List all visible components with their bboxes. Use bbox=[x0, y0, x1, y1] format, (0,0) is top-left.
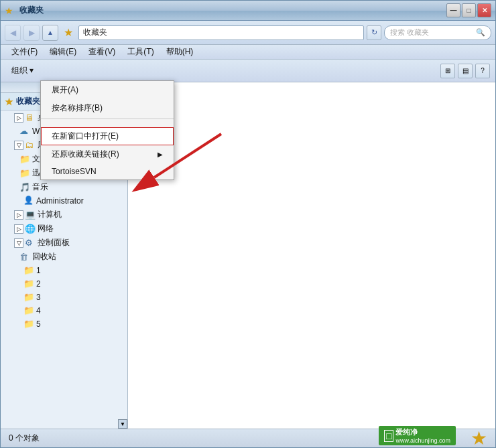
address-text: 收藏夹 bbox=[83, 27, 107, 38]
maximize-button[interactable]: □ bbox=[462, 3, 476, 17]
expand-network[interactable]: ▷ bbox=[14, 224, 23, 234]
computer-icon: 💻 bbox=[25, 210, 36, 220]
sidebar-item-4[interactable]: 📁 4 bbox=[1, 304, 127, 317]
folder1-label: 1 bbox=[36, 266, 41, 275]
window: ★ 收藏夹 — □ ✕ ◀ ▶ ▲ ★ 收藏夹 ↻ 搜索 收藏夹 🔍 文件(F)… bbox=[0, 0, 496, 448]
minimize-button[interactable]: — bbox=[446, 3, 460, 17]
folder4-label: 4 bbox=[36, 306, 41, 315]
status-bar: 0 个对象 ★ □ 爱纯净 www.aichunjing.com bbox=[1, 429, 495, 447]
folder3-icon: 📁 bbox=[23, 292, 34, 303]
music-label: 音乐 bbox=[32, 181, 48, 193]
menu-view[interactable]: 查看(V) bbox=[83, 45, 121, 59]
desktop-icon: 🖥 bbox=[25, 113, 36, 123]
nav-star-icon: ★ bbox=[64, 26, 73, 39]
scrollbar-area: ▼ bbox=[118, 419, 127, 429]
ctx-sort[interactable]: 按名称排序(B) bbox=[41, 99, 174, 117]
ctx-sort-label: 按名称排序(B) bbox=[52, 102, 103, 114]
watermark-text: 爱纯净 www.aichunjing.com bbox=[395, 427, 450, 444]
preview-button[interactable]: ▤ bbox=[458, 64, 473, 78]
admin-label: Administrator bbox=[36, 196, 84, 206]
ctx-tortoisesvn[interactable]: 还原收藏关链接(R) ▶ bbox=[41, 145, 174, 163]
cloud-icon: ☁ bbox=[19, 126, 30, 137]
expand-computer[interactable]: ▷ bbox=[14, 210, 23, 220]
folder1-icon: 📁 bbox=[23, 265, 34, 276]
sidebar-item-1[interactable]: 📁 1 bbox=[1, 264, 127, 277]
folder3-label: 3 bbox=[36, 293, 41, 302]
sidebar-item-music[interactable]: 🎵 音乐 bbox=[1, 180, 127, 194]
sidebar-item-5[interactable]: 📁 5 bbox=[1, 317, 127, 331]
ctx-tortoisesvn-label: 还原收藏关链接(R) bbox=[52, 149, 119, 160]
expand-library[interactable]: ▽ bbox=[14, 141, 23, 150]
context-menu: 展开(A) 按名称排序(B) 在新窗口中打开(E) 还原收藏关链接(R) ▶ T… bbox=[40, 80, 174, 180]
toolbar-right: ⊞ ▤ ? bbox=[440, 64, 490, 78]
title-bar-text: 收藏夹 bbox=[19, 5, 446, 16]
forward-button[interactable]: ▶ bbox=[23, 25, 40, 41]
folder4-icon: 📁 bbox=[23, 305, 34, 316]
title-bar-controls: — □ ✕ bbox=[446, 3, 491, 17]
folder2-label: 2 bbox=[36, 279, 41, 289]
title-bar: ★ 收藏夹 — □ ✕ bbox=[1, 1, 495, 21]
help-button[interactable]: ? bbox=[475, 64, 490, 78]
folder5-icon: 📁 bbox=[23, 319, 34, 329]
menu-file[interactable]: 文件(F) bbox=[6, 45, 43, 59]
menu-tools[interactable]: 工具(T) bbox=[122, 45, 159, 59]
sidebar-item-admin[interactable]: 👤 Administrator bbox=[1, 194, 127, 208]
sidebar-item-network[interactable]: ▷ 🌐 网络 bbox=[1, 222, 127, 236]
favorites-header-text: 收藏夹 bbox=[16, 96, 40, 107]
thunder-icon: 📁 bbox=[19, 168, 30, 179]
ctx-separator-1 bbox=[41, 119, 174, 119]
ctx-expand-label: 展开(A) bbox=[52, 84, 78, 96]
up-button[interactable]: ▲ bbox=[42, 25, 58, 41]
menu-bar: 文件(F) 编辑(E) 查看(V) 工具(T) 帮助(H) bbox=[1, 45, 495, 60]
ctx-expand[interactable]: 展开(A) bbox=[41, 81, 174, 99]
ctx-restore-label: 在新窗口中打开(E) bbox=[52, 131, 119, 142]
sidebar-item-controlpanel[interactable]: ▽ ⚙ 控制面板 bbox=[1, 236, 127, 250]
network-icon: 🌐 bbox=[25, 224, 36, 234]
sidebar-item-2[interactable]: 📁 2 bbox=[1, 277, 127, 291]
close-button[interactable]: ✕ bbox=[477, 3, 491, 17]
favorites-star-icon: ★ bbox=[5, 96, 13, 107]
expand-desktop[interactable]: ▷ bbox=[14, 113, 23, 123]
recycle-label: 回收站 bbox=[32, 251, 56, 263]
menu-help[interactable]: 帮助(H) bbox=[161, 45, 199, 59]
search-icon: 🔍 bbox=[476, 28, 485, 37]
sidebar-item-recycle[interactable]: 🗑 回收站 bbox=[1, 250, 127, 264]
watermark-brand: 爱纯净 bbox=[395, 427, 450, 437]
ctx-add-favorites[interactable]: TortoiseSVN bbox=[41, 163, 174, 179]
admin-icon: 👤 bbox=[23, 196, 34, 206]
right-panel bbox=[128, 82, 495, 429]
organize-button[interactable]: 组织 ▾ bbox=[6, 62, 39, 79]
address-bar[interactable]: 收藏夹 bbox=[78, 25, 364, 40]
title-bar-star-icon: ★ bbox=[5, 5, 15, 16]
ctx-restore-favorites[interactable]: 在新窗口中打开(E) bbox=[41, 127, 174, 145]
documents-icon: 📁 bbox=[19, 154, 30, 165]
music-icon: 🎵 bbox=[19, 182, 30, 193]
sidebar-item-3[interactable]: 📁 3 bbox=[1, 291, 127, 304]
ctx-tortoisesvn-arrow: ▶ bbox=[158, 151, 163, 158]
menu-edit[interactable]: 编辑(E) bbox=[44, 45, 82, 59]
network-label: 网络 bbox=[38, 223, 54, 234]
controlpanel-icon: ⚙ bbox=[25, 238, 36, 248]
controlpanel-label: 控制面板 bbox=[38, 237, 70, 248]
library-icon: 🗂 bbox=[25, 140, 36, 151]
view-options-button[interactable]: ⊞ bbox=[440, 64, 455, 78]
nav-bar: ◀ ▶ ▲ ★ 收藏夹 ↻ 搜索 收藏夹 🔍 bbox=[1, 21, 495, 45]
refresh-button[interactable]: ↻ bbox=[367, 25, 381, 40]
scroll-down-arrow[interactable]: ▼ bbox=[118, 419, 127, 429]
back-button[interactable]: ◀ bbox=[5, 25, 21, 41]
sidebar-item-computer[interactable]: ▷ 💻 计算机 bbox=[1, 208, 127, 222]
watermark-icon: □ bbox=[384, 430, 393, 442]
watermark-url: www.aichunjing.com bbox=[395, 437, 450, 444]
search-bar[interactable]: 搜索 收藏夹 🔍 bbox=[384, 25, 491, 40]
folder5-label: 5 bbox=[36, 319, 41, 329]
status-right: ★ bbox=[471, 429, 487, 448]
ctx-add-favorites-label: TortoiseSVN bbox=[52, 167, 97, 176]
expand-controlpanel[interactable]: ▽ bbox=[14, 238, 23, 248]
computer-label: 计算机 bbox=[38, 209, 62, 220]
status-star: ★ bbox=[471, 429, 487, 448]
ctx-open-window[interactable] bbox=[41, 121, 174, 127]
status-count: 0 个对象 bbox=[9, 433, 40, 444]
recycle-icon: 🗑 bbox=[19, 252, 30, 263]
folder2-icon: 📁 bbox=[23, 279, 34, 289]
toolbar: 组织 ▾ ⊞ ▤ ? bbox=[1, 60, 495, 82]
